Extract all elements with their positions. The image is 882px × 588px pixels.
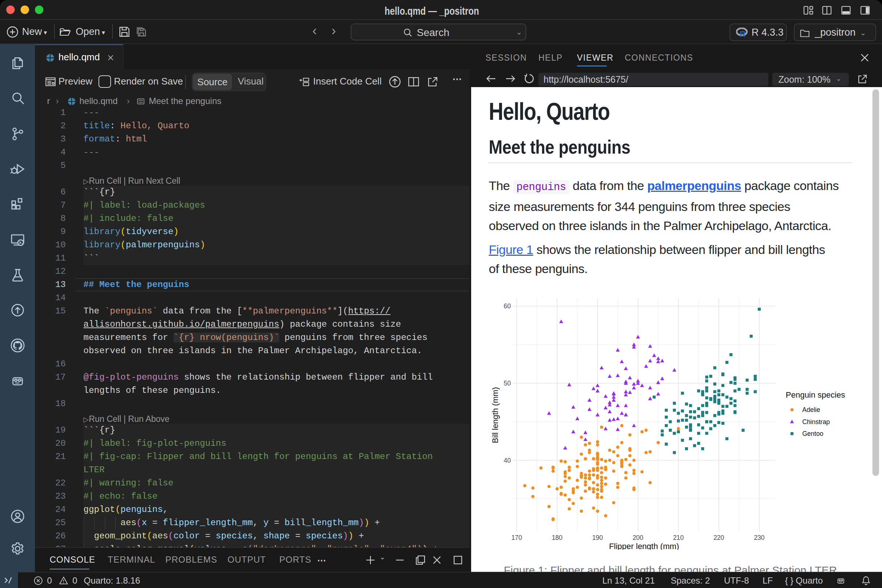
svg-text:180: 180 <box>552 534 562 542</box>
svg-text:Gentoo: Gentoo <box>802 430 823 437</box>
svg-text:230: 230 <box>754 534 764 542</box>
svg-text:Chinstrap: Chinstrap <box>802 418 830 426</box>
svg-text:190: 190 <box>592 534 603 542</box>
svg-text:50: 50 <box>504 380 511 387</box>
svg-text:Penguin species: Penguin species <box>786 390 845 399</box>
svg-text:200: 200 <box>633 534 643 542</box>
svg-text:Adelie: Adelie <box>802 406 820 413</box>
svg-text:220: 220 <box>713 534 724 542</box>
svg-text:170: 170 <box>511 534 522 542</box>
svg-text:Flipper length (mm): Flipper length (mm) <box>609 542 679 550</box>
svg-text:60: 60 <box>504 303 511 310</box>
svg-text:R: R <box>740 29 746 37</box>
svg-text:40: 40 <box>504 457 511 464</box>
svg-text:210: 210 <box>673 534 684 542</box>
svg-text:Bill length (mm): Bill length (mm) <box>490 387 500 443</box>
